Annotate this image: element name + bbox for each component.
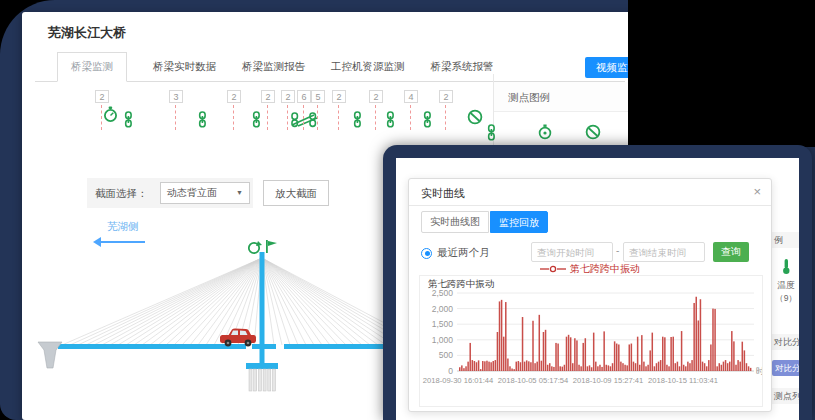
sensor-count-badge[interactable]: 5 <box>311 90 325 103</box>
x-axis-title: 时间 <box>756 366 762 376</box>
sensor-dash-line <box>410 105 411 130</box>
main-tab-1[interactable]: 桥梁实时数据 <box>153 53 216 81</box>
sensor-dash-line <box>175 105 176 130</box>
ban-icon <box>585 124 601 144</box>
close-icon[interactable]: × <box>753 184 761 199</box>
main-tab-bar: 桥梁监测桥梁实时数据桥梁监测报告工控机资源监测桥梁系统报警 <box>35 54 625 82</box>
bridge-schematic <box>22 238 427 420</box>
link-icon[interactable] <box>385 111 396 132</box>
point-list-header: 测点列表 <box>772 388 799 404</box>
date-separator: - <box>616 245 619 256</box>
sensor-dash-line <box>101 105 102 130</box>
link-icon[interactable] <box>197 111 208 132</box>
background-window <box>628 0 815 147</box>
y-tick-label: 1,000 <box>432 335 454 345</box>
pier-cap <box>246 363 278 369</box>
overlay-window-frame: 例 温度 （9） 对比分析 对比分析 测点列表 实时曲线 × 实时曲线图 监控回… <box>383 145 812 420</box>
enlarge-section-button[interactable]: 放大截面 <box>263 180 329 206</box>
sensor-dash-line <box>267 105 268 130</box>
overlay-window: 例 温度 （9） 对比分析 对比分析 测点列表 实时曲线 × 实时曲线图 监控回… <box>396 158 799 420</box>
page-title: 芜湖长江大桥 <box>48 24 126 42</box>
ban-icon <box>467 109 483 129</box>
car <box>220 329 256 347</box>
sensor-count-badge[interactable]: 2 <box>261 90 275 103</box>
legend-marker-icon <box>540 265 566 273</box>
bridge-abutment <box>38 342 62 368</box>
chart-legend: 第七跨跨中振动 <box>409 263 771 275</box>
section-select-label: 截面选择： <box>95 178 148 208</box>
link-icon <box>486 124 497 145</box>
x-tick-label: 2018-09-30 16:01:44 <box>423 376 494 385</box>
main-tab-4[interactable]: 桥梁系统报警 <box>431 53 494 81</box>
temperature-legend: 温度 （9） <box>772 258 799 305</box>
pier-piles <box>249 369 276 391</box>
compare-section-header: 对比分析 <box>772 334 799 350</box>
y-tick-label: 1,500 <box>432 319 454 329</box>
main-tab-2[interactable]: 桥梁监测报告 <box>242 53 305 81</box>
x-tick-label: 2018-10-09 15:27:41 <box>573 376 644 385</box>
sensor-dash-line <box>303 105 304 130</box>
range-radio-row: 最近两个月 <box>421 243 490 263</box>
main-tab-0[interactable]: 桥梁监测 <box>57 52 127 82</box>
vibration-chart: 第七跨跨中振动05001,0001,5002,0002,5002018-09-3… <box>419 275 763 407</box>
temperature-label: 温度 <box>772 280 799 292</box>
query-end-time-input[interactable] <box>623 242 705 262</box>
x-tick-label: 2018-10-05 05:17:54 <box>498 376 569 385</box>
query-start-time-input[interactable] <box>531 242 613 262</box>
sensor-count-badge[interactable]: 2 <box>95 90 109 103</box>
bridge-deck-left <box>58 344 246 349</box>
compare-analysis-button[interactable]: 对比分析 <box>772 360 799 376</box>
link-icon[interactable] <box>251 111 262 132</box>
x-tick-label: 2018-10-15 11:03:41 <box>648 376 718 385</box>
sensor-count-badge[interactable]: 6 <box>297 90 311 103</box>
sensor-dash-line <box>445 105 446 130</box>
radio-selected-icon[interactable] <box>421 248 432 259</box>
section-select-dropdown[interactable]: 动态背立面▼ <box>160 182 250 204</box>
sensor-dash-line <box>287 105 288 130</box>
link-icon[interactable] <box>422 111 433 132</box>
dialog-title: 实时曲线 <box>421 186 465 201</box>
tab-realtime-curve[interactable]: 实时曲线图 <box>421 211 489 233</box>
range-radio-label: 最近两个月 <box>437 246 490 260</box>
sensor-count-badge[interactable]: 2 <box>369 90 383 103</box>
dialog-header: 实时曲线 × <box>409 179 771 206</box>
temperature-count: （9） <box>772 293 799 305</box>
screen: { "colors":{"navy":"#233457","accent_blu… <box>0 0 815 420</box>
y-tick-label: 2,500 <box>432 288 454 298</box>
sensor-dash-line <box>375 105 376 130</box>
stopwatch-icon[interactable] <box>103 106 118 127</box>
sensor-count-badge[interactable]: 2 <box>281 90 295 103</box>
chevron-down-icon: ▼ <box>236 183 243 203</box>
sensor-count-badge[interactable]: 2 <box>439 90 453 103</box>
realtime-curve-dialog: 实时曲线 × 实时曲线图 监控回放 最近两个月 - 查询 第七跨跨中振动 <box>408 178 772 412</box>
tab-monitor-playback[interactable]: 监控回放 <box>490 211 548 233</box>
y-tick-label: 500 <box>439 350 453 360</box>
sensor-dash-line <box>317 105 318 130</box>
main-tab-3[interactable]: 工控机资源监测 <box>331 53 405 81</box>
y-tick-label: 2,000 <box>432 304 454 314</box>
gauge-icon <box>538 124 552 144</box>
tower-top-sensor-icon[interactable] <box>249 240 277 253</box>
bridge-side-label: 芜湖侧 <box>107 220 139 234</box>
y-tick-label: 0 <box>448 366 453 376</box>
sensor-count-badge[interactable]: 2 <box>332 90 346 103</box>
link-icon[interactable] <box>123 111 134 132</box>
sensor-strip: 23222652242 <box>22 90 502 152</box>
selected-option: 动态背立面 <box>167 187 217 198</box>
legend-panel-header-partial: 例 <box>772 232 799 248</box>
query-button[interactable]: 查询 <box>713 242 749 262</box>
sensor-count-badge[interactable]: 3 <box>169 90 183 103</box>
link-icon[interactable] <box>352 111 363 132</box>
sensor-count-badge[interactable]: 2 <box>227 90 241 103</box>
bridge-deck-mid <box>252 344 276 349</box>
legend-label: 第七跨跨中振动 <box>570 262 640 276</box>
sensor-dash-line <box>233 105 234 130</box>
sensor-dash-line <box>338 105 339 130</box>
thermometer-icon <box>781 261 792 278</box>
sensor-count-badge[interactable]: 4 <box>404 90 418 103</box>
truss-icon[interactable] <box>290 111 318 132</box>
